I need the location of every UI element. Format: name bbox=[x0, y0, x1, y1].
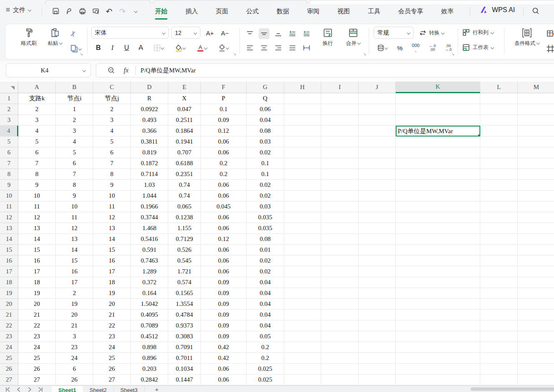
cell-F23[interactable]: 0.09 bbox=[201, 331, 247, 342]
cell-H18[interactable] bbox=[284, 277, 321, 288]
tab-效率[interactable]: 效率 bbox=[441, 7, 454, 15]
cell-H12[interactable] bbox=[284, 212, 321, 223]
cell-I6[interactable] bbox=[321, 147, 359, 158]
align-left-button[interactable] bbox=[245, 42, 255, 53]
cell-K8[interactable] bbox=[396, 169, 480, 180]
cell-J15[interactable] bbox=[359, 245, 396, 256]
tab-页面[interactable]: 页面 bbox=[216, 7, 228, 15]
column-header-A[interactable]: A bbox=[18, 82, 56, 93]
cell-M25[interactable] bbox=[518, 353, 554, 364]
cell-E13[interactable]: 1.155 bbox=[168, 223, 201, 234]
clear-format-button[interactable] bbox=[215, 42, 232, 53]
cell-C4[interactable]: 4 bbox=[93, 126, 131, 136]
cell-J1[interactable] bbox=[359, 93, 396, 104]
row-header-15[interactable]: 15 bbox=[0, 245, 18, 256]
cell-F2[interactable]: 0.1 bbox=[201, 104, 247, 115]
alignment-group-expander[interactable]: ↘ bbox=[363, 52, 366, 56]
cell-K5[interactable] bbox=[396, 136, 480, 147]
row-header-23[interactable]: 23 bbox=[0, 331, 18, 342]
column-header-L[interactable]: L bbox=[480, 82, 518, 93]
cell-J17[interactable] bbox=[359, 266, 396, 277]
cell-E3[interactable]: 0.2511 bbox=[168, 115, 201, 126]
cell-H16[interactable] bbox=[284, 256, 321, 266]
cell-G15[interactable]: 0.01 bbox=[247, 245, 284, 256]
cell-I5[interactable] bbox=[321, 136, 359, 147]
cell-L13[interactable] bbox=[480, 223, 518, 234]
cell-F10[interactable]: 0.06 bbox=[201, 191, 247, 201]
last-sheet-button[interactable] bbox=[37, 387, 44, 392]
cell-I22[interactable] bbox=[321, 320, 359, 331]
cell-D15[interactable]: 0.591 bbox=[131, 245, 168, 256]
cell-D4[interactable]: 0.366 bbox=[131, 126, 168, 136]
cell-E5[interactable]: 0.1941 bbox=[168, 136, 201, 147]
tab-数据[interactable]: 数据 bbox=[277, 7, 289, 15]
cell-D19[interactable]: 0.164 bbox=[131, 288, 168, 299]
cell-A15[interactable]: 15 bbox=[18, 245, 56, 256]
cell-L27[interactable] bbox=[480, 375, 518, 385]
cell-K9[interactable] bbox=[396, 180, 480, 191]
cell-E1[interactable]: X bbox=[168, 93, 201, 104]
cell-H2[interactable] bbox=[284, 104, 321, 115]
cell-K26[interactable] bbox=[396, 364, 480, 375]
distribute-button[interactable] bbox=[301, 42, 312, 53]
cell-M5[interactable] bbox=[518, 136, 554, 147]
cell-L12[interactable] bbox=[480, 212, 518, 223]
cell-I10[interactable] bbox=[321, 191, 359, 201]
cell-J4[interactable] bbox=[359, 126, 396, 136]
cell-H25[interactable] bbox=[284, 353, 321, 364]
cell-H10[interactable] bbox=[284, 191, 321, 201]
save-button[interactable] bbox=[51, 6, 61, 16]
cell-H21[interactable] bbox=[284, 310, 321, 320]
cell-A18[interactable]: 18 bbox=[18, 277, 56, 288]
cell-G22[interactable]: 0.04 bbox=[247, 320, 284, 331]
cell-M10[interactable] bbox=[518, 191, 554, 201]
cell-M6[interactable] bbox=[518, 147, 554, 158]
cell-E12[interactable]: 0.1238 bbox=[168, 212, 201, 223]
cell-B3[interactable]: 2 bbox=[56, 115, 93, 126]
cell-A7[interactable]: 7 bbox=[18, 158, 56, 169]
cell-I14[interactable] bbox=[321, 234, 359, 245]
cell-K15[interactable] bbox=[396, 245, 480, 256]
cell-F7[interactable]: 0.2 bbox=[201, 158, 247, 169]
row-header-14[interactable]: 14 bbox=[0, 234, 18, 245]
cell-G25[interactable]: 0.2 bbox=[247, 353, 284, 364]
column-header-B[interactable]: B bbox=[56, 82, 93, 93]
cell-D21[interactable]: 0.4095 bbox=[131, 310, 168, 320]
cell-F5[interactable]: 0.06 bbox=[201, 136, 247, 147]
cell-H20[interactable] bbox=[284, 299, 321, 310]
cell-J19[interactable] bbox=[359, 288, 396, 299]
strikethrough-button[interactable]: A bbox=[135, 42, 146, 53]
cell-I7[interactable] bbox=[321, 158, 359, 169]
cell-H13[interactable] bbox=[284, 223, 321, 234]
cell-H8[interactable] bbox=[284, 169, 321, 180]
cell-F6[interactable]: 0.06 bbox=[201, 147, 247, 158]
cell-H5[interactable] bbox=[284, 136, 321, 147]
cell-A2[interactable]: 2 bbox=[18, 104, 56, 115]
cell-J2[interactable] bbox=[359, 104, 396, 115]
cell-K19[interactable] bbox=[396, 288, 480, 299]
cell-K20[interactable] bbox=[396, 299, 480, 310]
cell-B16[interactable]: 15 bbox=[56, 256, 93, 266]
cell-K17[interactable] bbox=[396, 266, 480, 277]
cell-H27[interactable] bbox=[284, 375, 321, 385]
cell-D23[interactable]: 0.4512 bbox=[131, 331, 168, 342]
cell-H11[interactable] bbox=[284, 201, 321, 212]
cell-E18[interactable]: 0.574 bbox=[168, 277, 201, 288]
decrease-decimal-button[interactable]: ←.0.00 bbox=[425, 42, 439, 53]
italic-button[interactable]: I bbox=[107, 42, 118, 53]
cell-G6[interactable]: 0.02 bbox=[247, 147, 284, 158]
cell-J22[interactable] bbox=[359, 320, 396, 331]
cell-M22[interactable] bbox=[518, 320, 554, 331]
cell-L18[interactable] bbox=[480, 277, 518, 288]
cell-L6[interactable] bbox=[480, 147, 518, 158]
cell-D26[interactable]: 0.203 bbox=[131, 364, 168, 375]
row-header-9[interactable]: 9 bbox=[0, 180, 18, 191]
cell-A5[interactable]: 5 bbox=[18, 136, 56, 147]
cell-F24[interactable]: 0.42 bbox=[201, 342, 247, 353]
cell-J13[interactable] bbox=[359, 223, 396, 234]
cell-A14[interactable]: 14 bbox=[18, 234, 56, 245]
cell-M1[interactable] bbox=[518, 93, 554, 104]
cell-G20[interactable]: 0.04 bbox=[247, 299, 284, 310]
number-group-expander[interactable]: ↘ bbox=[451, 52, 454, 56]
row-header-12[interactable]: 12 bbox=[0, 212, 18, 223]
